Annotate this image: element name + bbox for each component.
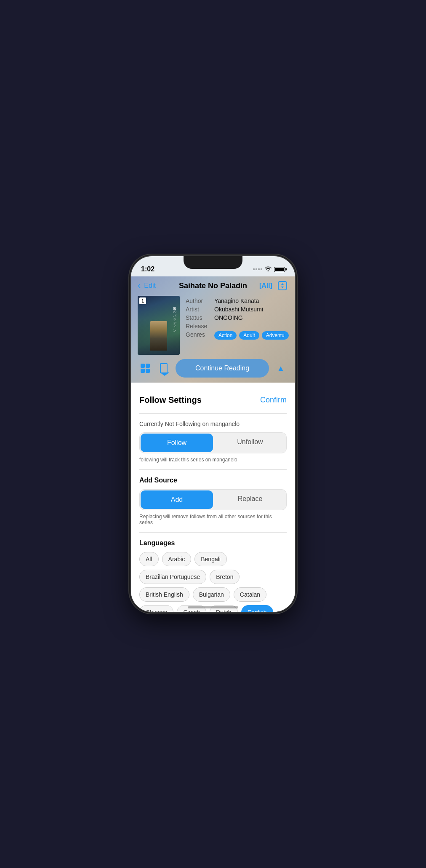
status-label: Status — [186, 314, 211, 321]
all-button[interactable]: [All] — [259, 282, 272, 289]
source-section: Add Source Add Replace Replacing will re… — [139, 477, 287, 525]
follow-settings-sheet: Follow Settings Confirm Currently Not Fo… — [131, 387, 295, 612]
manga-cover: 1 最果てのパラディン — [138, 296, 180, 355]
back-button[interactable]: ‹ — [138, 280, 141, 291]
phone-frame: 1:02 — [131, 256, 295, 612]
sheet-header: Follow Settings Confirm — [139, 395, 287, 405]
nav-left: ‹ Edit — [138, 280, 156, 291]
language-tag-brazilian-portuguese[interactable]: Brazilian Portuguese — [139, 570, 206, 584]
expand-icon: ▲ — [277, 364, 285, 373]
unfollow-button[interactable]: Unfollow — [214, 433, 286, 451]
add-source-button[interactable]: Add — [141, 490, 213, 509]
status-value: ONGOING — [214, 314, 243, 321]
author-value: Yanagino Kanata — [214, 297, 259, 304]
page-title: Saihate No Paladin — [179, 281, 247, 290]
author-row: Author Yanagino Kanata — [186, 297, 289, 304]
sheet-title: Follow Settings — [139, 395, 202, 405]
genre-action[interactable]: Action — [214, 331, 237, 340]
languages-section: Languages AllArabicBengaliBrazilian Port… — [139, 539, 287, 612]
continue-reading-label: Continue Reading — [195, 364, 249, 372]
action-bar: Continue Reading ▲ — [138, 359, 288, 378]
signal-icon — [253, 268, 262, 270]
language-tag-british-english[interactable]: British English — [139, 587, 189, 602]
release-row: Release — [186, 323, 289, 330]
languages-grid: AllArabicBengaliBrazilian PortugueseBret… — [139, 552, 287, 612]
divider-1 — [139, 413, 287, 414]
status-row: Status ONGOING — [186, 314, 289, 321]
language-tag-catalan[interactable]: Catalan — [234, 587, 266, 602]
source-hint: Replacing will remove follows from all o… — [139, 514, 287, 525]
follow-hint: following will track this series on mang… — [139, 457, 287, 463]
confirm-button[interactable]: Confirm — [260, 396, 287, 405]
manga-header: ‹ Edit Saihate No Paladin [All] — [131, 276, 295, 383]
action-icons — [138, 361, 171, 376]
follow-toggle-group: Follow Unfollow — [139, 432, 287, 453]
language-tag-bengali[interactable]: Bengali — [194, 552, 227, 566]
genre-adult[interactable]: Adult — [239, 331, 259, 340]
status-time: 1:02 — [141, 265, 154, 273]
genres-label: Genres — [186, 331, 211, 338]
follow-subtitle: Currently Not Following on manganelo — [139, 421, 287, 427]
battery-icon — [274, 267, 285, 272]
artist-row: Artist Okubashi Mutsumi — [186, 306, 289, 313]
genres-row: Genres Action Adult Adventu — [186, 331, 289, 340]
divider-2 — [139, 469, 287, 470]
nav-right: [All] — [259, 280, 288, 292]
genres-list: Action Adult Adventu — [214, 331, 289, 340]
svg-rect-0 — [278, 281, 287, 290]
manga-info: 1 最果てのパラディン Author Yanagino Kanata Artis… — [138, 296, 288, 355]
release-label: Release — [186, 323, 211, 330]
language-tag-chinese[interactable]: Chinese — [139, 605, 173, 612]
continue-reading-button[interactable]: Continue Reading — [176, 359, 269, 378]
language-tag-all[interactable]: All — [139, 552, 159, 566]
nav-bar: ‹ Edit Saihate No Paladin [All] — [138, 276, 288, 296]
cover-number: 1 — [139, 297, 146, 304]
home-indicator — [188, 606, 238, 608]
artist-label: Artist — [186, 306, 211, 313]
sort-button[interactable] — [277, 280, 288, 292]
expand-button[interactable]: ▲ — [273, 361, 288, 376]
artist-value: Okubashi Mutsumi — [214, 306, 263, 313]
language-tag-arabic[interactable]: Arabic — [162, 552, 192, 566]
language-tag-bulgarian[interactable]: Bulgarian — [193, 587, 230, 602]
source-toggle-group: Add Replace — [139, 489, 287, 510]
wifi-icon — [265, 266, 272, 273]
language-tag-english[interactable]: English — [241, 605, 273, 612]
grid-icon — [141, 364, 150, 373]
manga-details: Author Yanagino Kanata Artist Okubashi M… — [186, 296, 289, 355]
follow-section: Currently Not Following on manganelo Fol… — [139, 421, 287, 463]
genre-adventure[interactable]: Adventu — [262, 331, 289, 340]
divider-3 — [139, 532, 287, 533]
status-icons — [253, 266, 285, 273]
author-label: Author — [186, 297, 211, 304]
replace-source-button[interactable]: Replace — [214, 490, 286, 508]
languages-title: Languages — [139, 539, 287, 547]
bookmark-button[interactable] — [156, 361, 171, 376]
bookmark-icon — [160, 363, 168, 373]
grid-view-button[interactable] — [138, 361, 153, 376]
notch — [184, 256, 242, 269]
follow-button[interactable]: Follow — [141, 434, 213, 452]
language-tag-breton[interactable]: Breton — [210, 570, 240, 584]
source-title: Add Source — [139, 477, 287, 484]
edit-button[interactable]: Edit — [144, 282, 156, 289]
phone-screen: 1:02 — [131, 256, 295, 612]
